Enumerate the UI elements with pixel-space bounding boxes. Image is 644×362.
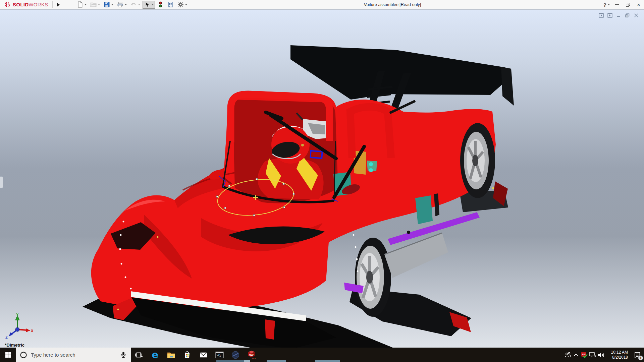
hidden-icons-button[interactable]: [572, 348, 580, 362]
file-explorer-button[interactable]: [163, 348, 179, 362]
new-document-icon: [77, 1, 83, 8]
rebuild-traffic-light-icon: [157, 1, 164, 8]
close-document-button[interactable]: [634, 13, 639, 18]
taskbar-app-icons: e: [131, 348, 260, 362]
start-button[interactable]: [0, 348, 16, 362]
minimize-button[interactable]: [614, 1, 621, 9]
solidworks-logo: SOLIDWORKS: [3, 1, 48, 8]
solidworks-monitor-button[interactable]: SW: [580, 348, 588, 362]
file-explorer-icon: [167, 351, 176, 359]
triad-z-label: Z: [5, 335, 8, 339]
brand-text: SOLIDWORKS: [13, 2, 48, 7]
dark-sphere-app-button[interactable]: [227, 348, 244, 362]
dassault-3s-mark-icon: [3, 1, 11, 8]
undo-button[interactable]: [129, 1, 142, 9]
rebuild-button[interactable]: [156, 1, 165, 9]
print-button[interactable]: [116, 1, 128, 9]
new-document-button[interactable]: [75, 1, 88, 9]
taskbar-clock[interactable]: 10:12 AM 8/2/2018: [607, 350, 628, 360]
network-button[interactable]: [588, 348, 597, 362]
taskbar-search[interactable]: [16, 348, 131, 362]
windows-logo-icon: [5, 352, 11, 358]
running-app-indicator: [267, 360, 286, 362]
clock-date: 8/2/2018: [607, 355, 628, 360]
system-tray: SW 10:12 AM 8/2/2018: [563, 348, 644, 362]
printer-icon: [117, 1, 123, 8]
gear-icon: [177, 1, 184, 8]
window-title: Voiture assomblee [Read-only]: [364, 0, 421, 9]
window-controls: ? ×: [603, 0, 642, 9]
open-document-button[interactable]: [89, 1, 101, 9]
menu-expand-arrow-icon[interactable]: [55, 1, 61, 8]
document-window-controls: [599, 13, 639, 18]
view-orientation-label: *Dimetric: [5, 343, 24, 348]
mail-icon: [199, 351, 208, 359]
help-button[interactable]: ?: [603, 1, 610, 9]
close-button[interactable]: ×: [635, 1, 642, 9]
restore-document-button[interactable]: [625, 13, 630, 18]
undo-arrow-icon: [130, 1, 137, 8]
open-folder-icon: [90, 1, 97, 8]
svg-text:SW: SW: [249, 354, 254, 357]
triad-x-label: X: [31, 329, 34, 333]
save-button[interactable]: [102, 1, 115, 9]
svg-text:SW: SW: [582, 353, 586, 355]
microphone-icon[interactable]: [119, 351, 127, 359]
orientation-triad: Y X Z: [3, 313, 34, 339]
task-view-button[interactable]: [131, 348, 147, 362]
running-app-indicator: [315, 360, 340, 362]
cortana-icon: [19, 351, 28, 359]
standard-toolbar: [75, 1, 189, 9]
restore-button[interactable]: [625, 1, 631, 9]
next-window-button[interactable]: [607, 13, 612, 18]
panel-collapse-tab[interactable]: [0, 176, 3, 188]
file-properties-button[interactable]: [166, 1, 175, 9]
select-cursor-icon: [144, 1, 150, 8]
toolbar-separator: [52, 1, 53, 8]
file-properties-icon: [167, 1, 174, 8]
minimize-document-button[interactable]: [616, 13, 621, 18]
action-center-button[interactable]: 1: [631, 348, 644, 362]
solidworks-2017-icon: SW 2017: [247, 350, 256, 360]
3d-viewport[interactable]: Y X Z *Dimetric: [0, 9, 644, 348]
search-input[interactable]: [31, 352, 116, 358]
edge-button[interactable]: e: [147, 348, 163, 362]
windows-taskbar: e: [0, 348, 644, 362]
microsoft-store-button[interactable]: [179, 348, 195, 362]
select-tool-button[interactable]: [143, 1, 155, 9]
clock-time: 10:12 AM: [607, 350, 628, 355]
options-button[interactable]: [176, 1, 189, 9]
edge-icon: e: [152, 350, 158, 360]
network-icon: [589, 351, 596, 359]
svg-text:2017: 2017: [251, 357, 256, 360]
mail-button[interactable]: [195, 348, 211, 362]
command-prompt-button[interactable]: C:\: [211, 348, 227, 362]
solidworks-window: SOLIDWORKS: [0, 0, 644, 362]
task-view-icon: [135, 351, 143, 359]
triad-y-label: Y: [16, 313, 19, 317]
svg-text:C:\: C:\: [216, 353, 220, 356]
chevron-up-icon: [573, 352, 579, 358]
solidworks-app-button[interactable]: SW 2017: [244, 348, 260, 362]
command-prompt-icon: C:\: [215, 351, 224, 359]
volume-icon: [597, 351, 605, 359]
title-bar: SOLIDWORKS: [0, 0, 644, 9]
notification-badge: 1: [638, 355, 643, 361]
microsoft-store-icon: [183, 350, 192, 359]
previous-window-button[interactable]: [599, 13, 604, 18]
race-car-model: [0, 10, 644, 348]
running-app-indicator: [244, 360, 250, 362]
solidworks-monitor-icon: SW: [581, 351, 588, 359]
running-app-indicator: [216, 360, 244, 362]
volume-button[interactable]: [597, 348, 605, 362]
dark-sphere-app-icon: [231, 351, 240, 359]
people-icon: [564, 351, 571, 359]
save-floppy-icon: [104, 1, 110, 8]
people-button[interactable]: [563, 348, 572, 362]
